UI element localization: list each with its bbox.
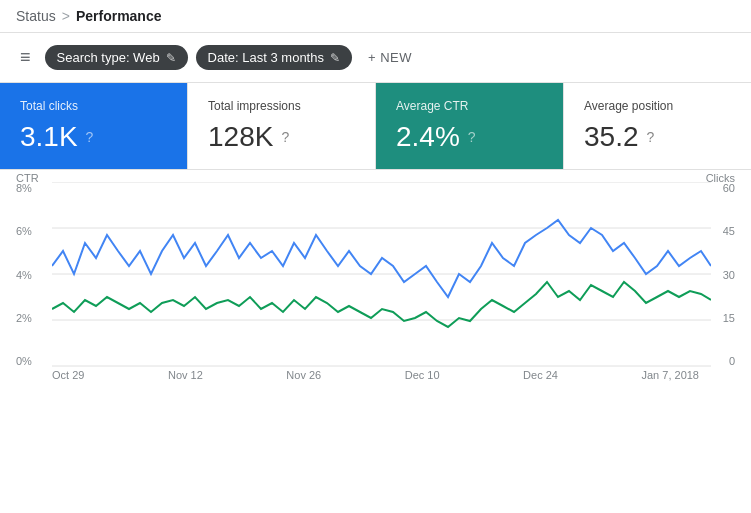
x-label-oct29: Oct 29 (52, 369, 84, 381)
search-type-chip[interactable]: Search type: Web ✎ (45, 45, 188, 70)
chart-y-left-axis: 8% 6% 4% 2% 0% (16, 182, 32, 367)
filter-icon: ≡ (20, 47, 31, 68)
metric-label-average-ctr: Average CTR (396, 99, 543, 113)
date-range-label: Date: Last 3 months (208, 50, 324, 65)
x-label-dec24: Dec 24 (523, 369, 558, 381)
metric-label-total-clicks: Total clicks (20, 99, 167, 113)
new-button[interactable]: + NEW (360, 46, 420, 69)
ctr-line (52, 220, 711, 297)
info-icon-total-impressions: ? (281, 129, 289, 145)
metric-value-average-position: 35.2 ? (584, 121, 731, 153)
y-right-tick-0: 0 (729, 355, 735, 367)
metric-label-total-impressions: Total impressions (208, 99, 355, 113)
metric-label-average-position: Average position (584, 99, 731, 113)
metric-card-average-position[interactable]: Average position 35.2 ? (564, 83, 751, 169)
breadcrumb-separator: > (62, 8, 70, 24)
date-range-edit-icon: ✎ (330, 51, 340, 65)
y-right-tick-60: 60 (723, 182, 735, 194)
breadcrumb: Status > Performance (0, 0, 751, 33)
metric-card-total-clicks[interactable]: Total clicks 3.1K ? (0, 83, 188, 169)
x-label-nov12: Nov 12 (168, 369, 203, 381)
chart-container: CTR Clicks 8% 6% 4% 2% 0% 60 45 30 15 0 (0, 170, 751, 400)
y-left-tick-0: 0% (16, 355, 32, 367)
y-right-tick-15: 15 (723, 312, 735, 324)
metric-value-total-clicks: 3.1K ? (20, 121, 167, 153)
metric-value-total-impressions: 128K ? (208, 121, 355, 153)
y-left-tick-2: 2% (16, 312, 32, 324)
y-left-tick-6: 6% (16, 225, 32, 237)
y-left-tick-4: 4% (16, 269, 32, 281)
x-label-nov26: Nov 26 (286, 369, 321, 381)
metric-card-average-ctr[interactable]: Average CTR 2.4% ? (376, 83, 564, 169)
y-right-tick-45: 45 (723, 225, 735, 237)
breadcrumb-current: Performance (76, 8, 162, 24)
metric-card-total-impressions[interactable]: Total impressions 128K ? (188, 83, 376, 169)
chart-svg-area (52, 182, 699, 367)
toolbar: ≡ Search type: Web ✎ Date: Last 3 months… (0, 33, 751, 83)
date-range-chip[interactable]: Date: Last 3 months ✎ (196, 45, 352, 70)
info-icon-average-ctr: ? (468, 129, 476, 145)
metrics-row: Total clicks 3.1K ? Total impressions 12… (0, 83, 751, 170)
chart-y-right-axis: 60 45 30 15 0 (723, 182, 735, 367)
x-label-dec10: Dec 10 (405, 369, 440, 381)
metric-value-average-ctr: 2.4% ? (396, 121, 543, 153)
x-axis-labels: Oct 29 Nov 12 Nov 26 Dec 10 Dec 24 Jan 7… (52, 369, 699, 381)
filter-icon-button[interactable]: ≡ (14, 43, 37, 72)
info-icon-average-position: ? (647, 129, 655, 145)
y-left-tick-8: 8% (16, 182, 32, 194)
y-right-tick-30: 30 (723, 269, 735, 281)
breadcrumb-status[interactable]: Status (16, 8, 56, 24)
new-button-label: + NEW (368, 50, 412, 65)
search-type-edit-icon: ✎ (166, 51, 176, 65)
x-label-jan7: Jan 7, 2018 (642, 369, 700, 381)
chart-svg (52, 182, 711, 367)
info-icon-total-clicks: ? (86, 129, 94, 145)
search-type-label: Search type: Web (57, 50, 160, 65)
